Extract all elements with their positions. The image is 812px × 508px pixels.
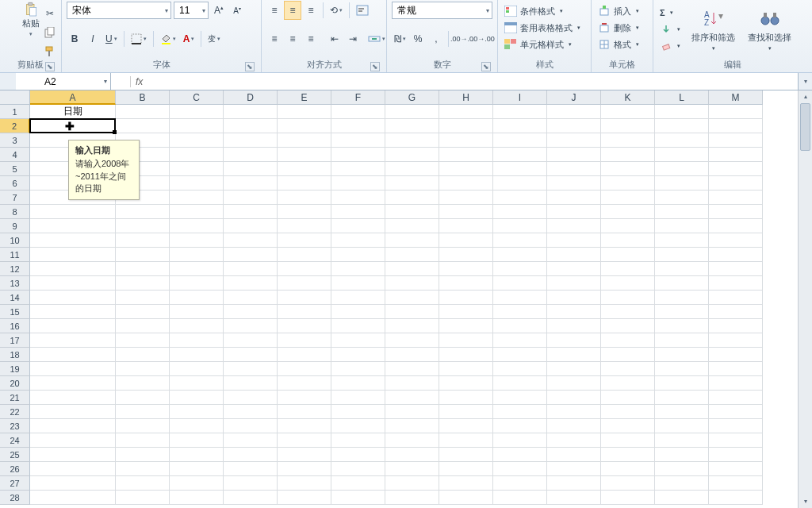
increase-font-button[interactable]: A▴ xyxy=(211,2,227,19)
cell-K6[interactable] xyxy=(601,176,655,190)
cell-G25[interactable] xyxy=(385,448,439,462)
cell-C21[interactable] xyxy=(170,391,224,405)
cell-D4[interactable] xyxy=(224,148,278,162)
cell-B15[interactable] xyxy=(116,305,170,319)
cell-H17[interactable] xyxy=(439,333,493,348)
row-header-10[interactable]: 10 xyxy=(0,233,30,248)
cell-L4[interactable] xyxy=(655,148,709,162)
cell-M14[interactable] xyxy=(709,291,763,305)
cell-G17[interactable] xyxy=(385,333,439,348)
cell-B21[interactable] xyxy=(116,391,170,405)
cell-G12[interactable] xyxy=(385,262,439,276)
cell-H1[interactable] xyxy=(439,105,493,119)
cell-C15[interactable] xyxy=(170,305,224,319)
cell-M2[interactable] xyxy=(709,119,763,133)
cell-I6[interactable] xyxy=(493,176,547,190)
cell-D5[interactable] xyxy=(224,162,278,176)
cell-F26[interactable] xyxy=(331,462,385,476)
cell-E1[interactable] xyxy=(278,105,331,119)
cell-M19[interactable] xyxy=(709,362,763,376)
cell-G3[interactable] xyxy=(385,133,439,148)
cell-E2[interactable] xyxy=(278,119,331,133)
cell-J27[interactable] xyxy=(547,476,601,491)
cell-H5[interactable] xyxy=(439,162,493,176)
cell-I22[interactable] xyxy=(493,405,547,419)
cell-C5[interactable] xyxy=(170,162,224,176)
cell-M9[interactable] xyxy=(709,219,763,233)
cell-G7[interactable] xyxy=(385,190,439,205)
cell-E21[interactable] xyxy=(278,391,331,405)
cell-D7[interactable] xyxy=(224,190,278,205)
cell-A20[interactable] xyxy=(30,376,116,391)
cell-H14[interactable] xyxy=(439,291,493,305)
cell-A17[interactable] xyxy=(30,333,116,348)
cell-H27[interactable] xyxy=(439,476,493,491)
cell-M5[interactable] xyxy=(709,162,763,176)
cell-H13[interactable] xyxy=(439,276,493,291)
increase-indent-button[interactable]: ⇥ xyxy=(345,30,361,48)
cell-G28[interactable] xyxy=(385,491,439,505)
cell-E24[interactable] xyxy=(278,433,331,448)
cell-A26[interactable] xyxy=(30,462,116,476)
cell-D25[interactable] xyxy=(224,448,278,462)
column-header-B[interactable]: B xyxy=(116,90,170,105)
cell-K27[interactable] xyxy=(601,476,655,491)
decrease-font-button[interactable]: A▾ xyxy=(229,2,245,19)
cell-I8[interactable] xyxy=(493,205,547,219)
row-header-13[interactable]: 13 xyxy=(0,276,30,291)
number-format-combo[interactable]: 常规▾ xyxy=(392,2,492,19)
cell-F21[interactable] xyxy=(331,391,385,405)
borders-button[interactable] xyxy=(128,30,149,48)
cell-H12[interactable] xyxy=(439,262,493,276)
cell-H3[interactable] xyxy=(439,133,493,148)
fx-label[interactable]: fx xyxy=(130,76,147,87)
cell-G4[interactable] xyxy=(385,148,439,162)
cell-B13[interactable] xyxy=(116,276,170,291)
cell-F23[interactable] xyxy=(331,419,385,433)
decrease-decimal-button[interactable]: .0→.00 xyxy=(473,30,492,48)
cell-C7[interactable] xyxy=(170,190,224,205)
cell-F17[interactable] xyxy=(331,333,385,348)
cell-D9[interactable] xyxy=(224,219,278,233)
format-table-button[interactable]: 套用表格格式▾ xyxy=(503,20,586,36)
row-header-3[interactable]: 3 xyxy=(0,133,30,148)
expand-formula-bar-button[interactable]: ▾ xyxy=(798,73,812,90)
cell-G10[interactable] xyxy=(385,233,439,248)
cell-F24[interactable] xyxy=(331,433,385,448)
column-header-C[interactable]: C xyxy=(170,90,224,105)
cell-M8[interactable] xyxy=(709,205,763,219)
scroll-up-icon[interactable]: ▴ xyxy=(799,90,812,103)
cell-F10[interactable] xyxy=(331,233,385,248)
cell-L7[interactable] xyxy=(655,190,709,205)
formula-input[interactable] xyxy=(147,73,798,90)
cell-L14[interactable] xyxy=(655,291,709,305)
cell-K23[interactable] xyxy=(601,419,655,433)
cell-L21[interactable] xyxy=(655,391,709,405)
cell-D27[interactable] xyxy=(224,476,278,491)
cell-C24[interactable] xyxy=(170,433,224,448)
cell-F1[interactable] xyxy=(331,105,385,119)
cell-D12[interactable] xyxy=(224,262,278,276)
cell-A19[interactable] xyxy=(30,362,116,376)
cell-E28[interactable] xyxy=(278,491,331,505)
cell-M17[interactable] xyxy=(709,333,763,348)
cell-M15[interactable] xyxy=(709,305,763,319)
name-box[interactable]: A2 ▾ xyxy=(16,73,111,90)
cell-J26[interactable] xyxy=(547,462,601,476)
cell-J28[interactable] xyxy=(547,491,601,505)
cell-I13[interactable] xyxy=(493,276,547,291)
cell-A12[interactable] xyxy=(30,262,116,276)
row-header-9[interactable]: 9 xyxy=(0,219,30,233)
cell-K25[interactable] xyxy=(601,448,655,462)
cell-B2[interactable] xyxy=(116,119,170,133)
cell-B16[interactable] xyxy=(116,319,170,333)
cell-B17[interactable] xyxy=(116,333,170,348)
cell-C3[interactable] xyxy=(170,133,224,148)
cell-F8[interactable] xyxy=(331,205,385,219)
cell-G14[interactable] xyxy=(385,291,439,305)
column-header-K[interactable]: K xyxy=(601,90,655,105)
cell-F20[interactable] xyxy=(331,376,385,391)
cell-H4[interactable] xyxy=(439,148,493,162)
cell-I12[interactable] xyxy=(493,262,547,276)
cell-J24[interactable] xyxy=(547,433,601,448)
